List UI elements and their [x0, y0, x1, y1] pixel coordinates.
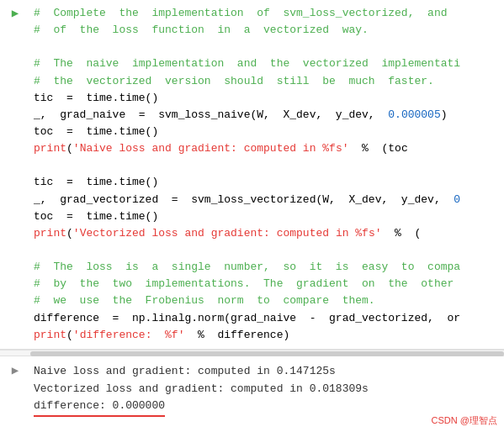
code-line: # of the loss function in a vectorized w… — [34, 22, 497, 39]
code-line: # The loss is a single number, so it is … — [34, 259, 497, 276]
code-line: # the vectorized version should still be… — [34, 73, 497, 90]
run-button[interactable]: ▶ — [8, 5, 23, 20]
watermark: CSDN @理智点 — [432, 414, 497, 427]
code-line: # by the two implementations. The gradie… — [34, 276, 497, 292]
code-line: # we use the Frobenius norm to compare t… — [34, 292, 497, 309]
output-cell: ▶ Naive loss and gradient: computed in 0… — [0, 356, 504, 424]
code-cell: ▶ # Complete the implementation of svm_l… — [0, 0, 504, 350]
output-line-2: Vectorized loss and gradient: computed i… — [34, 381, 497, 398]
code-line — [34, 242, 497, 259]
output-arrow-icon: ▶ — [12, 363, 19, 377]
code-line: print('Naive loss and gradient: computed… — [34, 140, 497, 157]
code-line: _, grad_vectorized = svm_loss_vectorized… — [34, 192, 497, 208]
cell-gutter: ▶ — [0, 0, 30, 349]
code-line: # The naive implementation and the vecto… — [34, 55, 497, 72]
code-line: difference = np.linalg.norm(grad_naive -… — [34, 310, 497, 327]
output-line-1: Naive loss and gradient: computed in 0.1… — [34, 363, 497, 381]
code-line — [34, 39, 497, 55]
code-line: tic = time.time() — [34, 174, 497, 191]
code-line: print('Vectorized loss and gradient: com… — [34, 225, 497, 242]
output-gutter: ▶ — [0, 356, 30, 424]
scrollbar-thumb — [30, 351, 504, 356]
code-line: print('difference: %f' % difference) — [34, 327, 497, 344]
code-line: # Complete the implementation of svm_los… — [34, 5, 497, 22]
output-line-3: difference: 0.000000 — [34, 398, 165, 417]
code-line: toc = time.time() — [34, 208, 497, 225]
code-line: tic = time.time() — [34, 90, 497, 107]
code-area: # Complete the implementation of svm_los… — [30, 0, 504, 349]
code-line: toc = time.time() — [34, 124, 497, 140]
scrollbar[interactable] — [0, 350, 504, 356]
code-line — [34, 157, 497, 174]
code-line: _, grad_naive = svm_loss_naive(W, X_dev,… — [34, 107, 497, 124]
